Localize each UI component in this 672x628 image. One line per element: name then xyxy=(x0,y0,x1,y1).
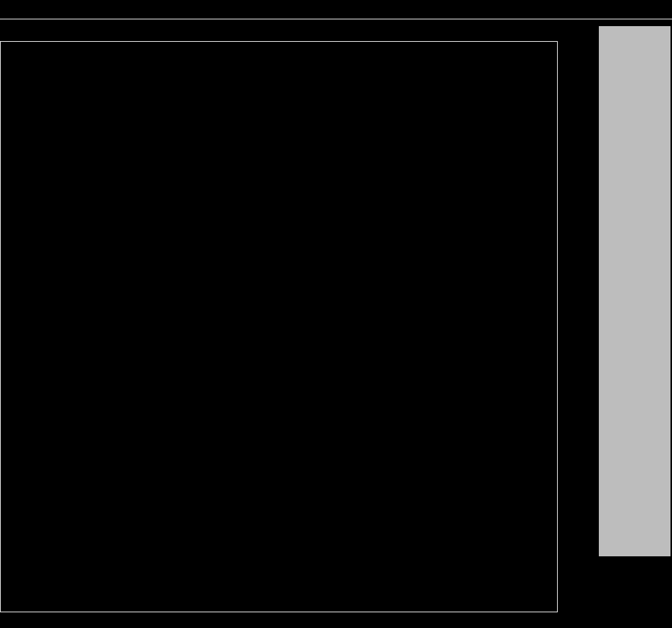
radar-display-window xyxy=(0,0,672,628)
window-background xyxy=(0,0,672,628)
legend-panel xyxy=(599,26,671,556)
